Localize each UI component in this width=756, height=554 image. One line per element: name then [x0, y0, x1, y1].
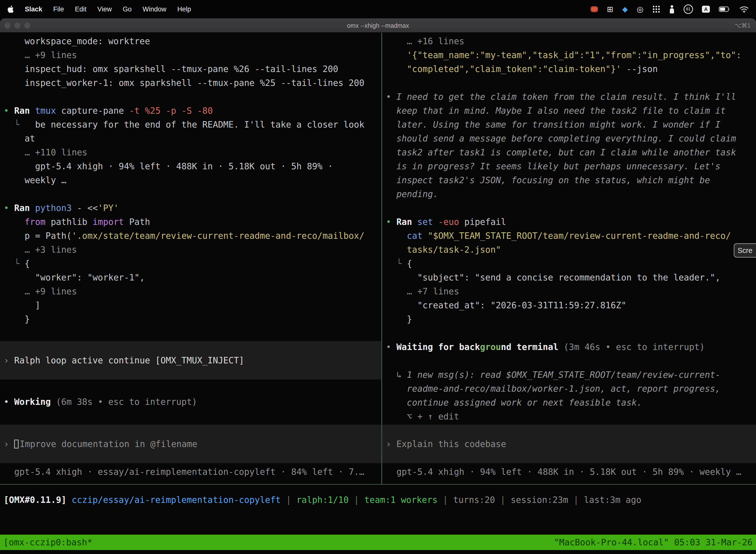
terminal-line: "worker": "worker-1",	[4, 271, 381, 284]
terminal-line: p = Path('.omx/state/team/review-current…	[4, 229, 381, 243]
wifi-shape	[739, 5, 749, 13]
input-source-letter: A	[702, 6, 710, 13]
terminal-line: … +3 lines	[4, 243, 381, 257]
battery-gauge-icon[interactable]: 61	[684, 4, 693, 14]
battery-gauge-value: 61	[686, 7, 691, 11]
screen-recording-indicator-icon[interactable]	[590, 6, 598, 12]
terminal-line: should send a message before completing …	[386, 131, 756, 146]
terminal-line: … +110 lines	[4, 146, 381, 159]
terminal-line: '{"team_name":"my-team","task_id":"1","f…	[386, 48, 756, 62]
terminal-line	[386, 326, 756, 340]
left-inject-banner[interactable]: › Ralph loop active continue [OMX_TMUX_I…	[0, 341, 381, 380]
terminal-line: cat "$OMX_TEAM_STATE_ROOT/team/review-cu…	[386, 229, 756, 243]
text-cursor	[14, 440, 19, 448]
window-title: omx --xhigh --madmax	[0, 18, 756, 33]
terminal-line: keep that in mind. Maybe I also need the…	[386, 104, 756, 118]
terminal-line: }	[386, 312, 756, 326]
terminal-line: workspace_mode: worktree	[4, 34, 381, 48]
menu-item-go[interactable]: Go	[123, 5, 132, 13]
terminal-line	[386, 76, 756, 90]
record-shape	[590, 6, 598, 12]
menu-bar-status-icons: ⊞ ◆ ◎ 61 A	[590, 4, 749, 14]
terminal-line: • Working (6m 38s • esc to interrupt)	[4, 395, 381, 409]
terminal-line: gpt-5.4 xhigh · essay/ai-reimplementatio…	[4, 465, 381, 479]
person-shape	[669, 5, 675, 13]
menu-item-file[interactable]: File	[53, 5, 64, 13]
person-icon[interactable]	[669, 5, 675, 13]
left-working-status: • Working (6m 38s • esc to interrupt)	[0, 395, 381, 409]
omx-status-line: [OMX#0.11.9] cczip/essay/ai-reimplementa…	[0, 493, 756, 507]
terminal-line: from pathlib import Path	[4, 215, 381, 229]
terminal-line: › Ralph loop active continue [OMX_TMUX_I…	[4, 353, 381, 367]
terminal-line: at	[4, 131, 381, 146]
terminal-line: gpt-5.4 xhigh · 94% left · 488K in · 5.1…	[4, 159, 381, 173]
left-prompt-input[interactable]: › Improve documentation in @filename	[0, 425, 381, 463]
terminal-line: ↳ 1 new msg(s): read $OMX_TEAM_STATE_ROO…	[386, 368, 756, 382]
terminal-line: … +9 lines	[4, 284, 381, 298]
terminal-line	[4, 90, 381, 104]
ring-app-icon[interactable]: ◎	[637, 5, 643, 14]
input-source-icon[interactable]: A	[702, 6, 710, 13]
menu-app-name[interactable]: Slack	[25, 5, 43, 13]
blue-app-icon[interactable]: ◆	[622, 5, 628, 13]
menu-item-help[interactable]: Help	[177, 5, 191, 13]
screen-capture-overlay[interactable]: Scre	[734, 243, 756, 258]
terminal-line: … +16 lines	[386, 34, 756, 48]
tmux-session-name: [omx-cczip0:bash*	[3, 537, 92, 547]
terminal-line: pending.	[386, 187, 756, 201]
terminal-line: └ be necessary for the end of the README…	[4, 118, 381, 131]
wifi-icon[interactable]	[739, 5, 749, 13]
terminal-line: └ {	[386, 257, 756, 271]
tmux-pane-right: … +16 lines '{"team_name":"my-team","tas…	[382, 33, 756, 484]
terminal-line: • I need to get the claim token from the…	[386, 90, 756, 104]
terminal-line: readme-and-reco/mailbox/worker-1.json, a…	[386, 382, 756, 396]
dots-grid-shape	[652, 5, 660, 13]
battery-icon[interactable]	[719, 6, 730, 12]
battery-gauge-circle: 61	[684, 4, 693, 14]
dots-grid-icon[interactable]	[652, 5, 660, 13]
apple-menu-icon[interactable]	[7, 5, 14, 13]
window-title-bar: omx --xhigh --madmax ⌥⌘1	[0, 18, 756, 33]
terminal-line: continue assigned work or next feasible …	[386, 396, 756, 409]
window-shortcut-hint: ⌥⌘1	[735, 18, 751, 33]
overlay-text: Scre	[738, 246, 753, 255]
terminal-line: › Improve documentation in @filename	[4, 437, 381, 451]
terminal-line: weekly …	[4, 173, 381, 187]
terminal-line: • Ran tmux capture-pane -t %25 -p -S -80	[4, 104, 381, 118]
pane-left-output: workspace_mode: worktree … +9 lines insp…	[0, 34, 381, 326]
terminal-line: tasks/task-2.json"	[386, 243, 756, 257]
menu-item-view[interactable]: View	[98, 5, 112, 13]
tmux-host-clock: "MacBook-Pro-44.local" 05:03 31-Mar-26	[554, 537, 753, 547]
terminal-line: task2 after task1 is complete, but can I…	[386, 146, 756, 159]
battery-shape	[719, 6, 730, 12]
right-prompt-input[interactable]: › Explain this codebase	[382, 425, 756, 463]
terminal-line: › Explain this codebase	[386, 437, 756, 451]
terminal-line: is in progress? It seems likely but perh…	[386, 159, 756, 173]
left-status-footer: gpt-5.4 xhigh · essay/ai-reimplementatio…	[0, 465, 381, 479]
grid-icon[interactable]: ⊞	[607, 5, 613, 14]
terminal-line: inspect task2's JSON, focusing on the st…	[386, 173, 756, 187]
terminal-line: ]	[4, 298, 381, 312]
terminal-line	[4, 187, 381, 201]
tmux-status-bar: [omx-cczip0:bash* "MacBook-Pro-44.local"…	[0, 535, 756, 550]
pane-right-output: … +16 lines '{"team_name":"my-team","tas…	[382, 34, 756, 424]
terminal-line: └ {	[4, 257, 381, 271]
tmux-pane-left: workspace_mode: worktree … +9 lines insp…	[0, 33, 381, 484]
terminal-content: workspace_mode: worktree … +9 lines insp…	[0, 33, 756, 554]
terminal-line: "created_at": "2026-03-31T11:59:27.816Z"	[386, 298, 756, 312]
terminal-line: inspect_hud: omx sparkshell --tmux-pane …	[4, 62, 381, 76]
terminal-line: inspect_worker-1: omx sparkshell --tmux-…	[4, 76, 381, 90]
apple-logo-icon	[7, 5, 14, 13]
terminal-line: • Ran python3 - <<'PY'	[4, 201, 381, 215]
terminal-line: "completed","claim_token":"claim-token"}…	[386, 62, 756, 76]
terminal-line	[386, 201, 756, 215]
menu-bar: Slack File Edit View Go Window Help ⊞ ◆ …	[0, 0, 756, 18]
terminal-line: gpt-5.4 xhigh · 94% left · 488K in · 5.1…	[386, 465, 756, 479]
terminal-line: "subject": "send a concise recommendatio…	[386, 271, 756, 284]
terminal-line: later. Using the same for transition mig…	[386, 118, 756, 131]
terminal-line	[386, 354, 756, 368]
terminal-line: }	[4, 312, 381, 326]
right-status-footer: gpt-5.4 xhigh · 94% left · 488K in · 5.1…	[382, 465, 756, 479]
menu-item-edit[interactable]: Edit	[75, 5, 86, 13]
menu-item-window[interactable]: Window	[143, 5, 167, 13]
